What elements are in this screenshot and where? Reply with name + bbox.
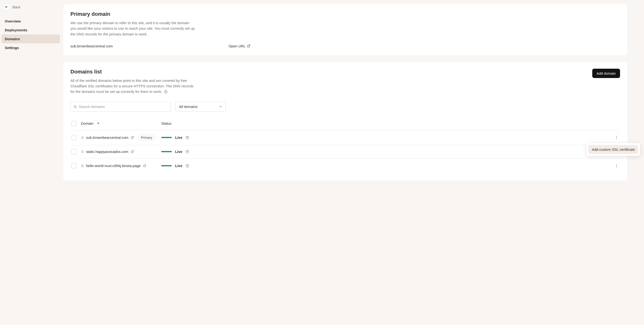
row-actions-menu[interactable]	[614, 134, 619, 141]
sidebar-item-label: Domains	[5, 37, 20, 41]
sidebar-item-deployments[interactable]: Deployments	[2, 26, 60, 34]
nav-list: Overview Deployments Domains Settings	[2, 17, 60, 52]
column-header-status: Status	[161, 121, 610, 125]
domains-table: Domain Status sub.brownbearcentral.com P…	[70, 115, 620, 173]
help-icon[interactable]	[186, 150, 189, 153]
lock-open-icon	[81, 164, 84, 167]
svg-line-19	[144, 165, 146, 166]
external-link-icon[interactable]	[131, 150, 134, 153]
svg-point-13	[616, 138, 617, 139]
status-indicator	[161, 137, 172, 138]
sidebar-item-overview[interactable]: Overview	[2, 17, 60, 26]
domains-list-card: Domains list All of the verified domains…	[63, 62, 627, 180]
sidebar: Back Overview Deployments Domains Settin…	[0, 0, 62, 325]
help-icon[interactable]	[164, 90, 168, 94]
column-header-domain[interactable]: Domain	[81, 121, 161, 125]
column-header-domain-label: Domain	[81, 121, 94, 125]
svg-point-11	[616, 136, 617, 137]
primary-domain-value: sub.brownbearcentral.com	[70, 44, 166, 48]
domain-filter-label: All domains	[179, 105, 198, 109]
domains-list-desc: All of the verified domains below point …	[70, 78, 195, 94]
lock-open-icon	[81, 136, 84, 139]
chevron-down-icon	[219, 105, 222, 108]
external-link-icon	[247, 44, 250, 48]
sort-asc-icon	[97, 122, 100, 125]
svg-point-4	[74, 105, 76, 107]
sidebar-item-label: Settings	[5, 46, 19, 50]
select-all-checkbox[interactable]	[72, 121, 77, 126]
svg-line-8	[132, 136, 134, 138]
sidebar-item-label: Overview	[5, 19, 21, 23]
help-icon[interactable]	[186, 164, 189, 168]
svg-point-23	[616, 165, 617, 166]
domains-list-title: Domains list	[70, 69, 195, 75]
row-checkbox[interactable]	[72, 149, 77, 154]
domain-name: sub.brownbearcentral.com	[86, 135, 128, 140]
primary-domain-title: Primary domain	[70, 11, 620, 17]
svg-point-22	[616, 164, 617, 165]
domain-filter-select[interactable]: All domains	[176, 102, 226, 112]
arrow-left-icon	[5, 5, 8, 8]
row-actions-popover: Add custom SSL certificate	[586, 143, 640, 156]
back-row: Back	[2, 4, 60, 10]
external-link-icon[interactable]	[131, 136, 134, 139]
dots-vertical-icon	[614, 136, 618, 140]
svg-rect-18	[82, 166, 84, 167]
dots-vertical-icon	[614, 164, 618, 168]
add-domain-label: Add domain	[596, 71, 616, 75]
domain-name: static.happyavocados.com	[86, 150, 128, 154]
primary-domain-desc: We use the primary domain to refer to th…	[70, 20, 195, 37]
sidebar-item-settings[interactable]: Settings	[2, 43, 60, 52]
status-indicator	[161, 165, 172, 166]
svg-line-15	[132, 151, 134, 152]
sidebar-item-label: Deployments	[5, 28, 27, 32]
lock-open-icon	[81, 150, 84, 153]
open-url-label: Open URL	[228, 44, 246, 48]
primary-badge: Primary	[138, 135, 156, 140]
sidebar-item-domains[interactable]: Domains	[2, 34, 60, 43]
open-url-link[interactable]: Open URL	[228, 44, 250, 48]
column-header-status-label: Status	[161, 121, 172, 125]
add-ssl-menu-item[interactable]: Add custom SSL certificate	[588, 145, 638, 154]
table-row: sub.brownbearcentral.com Primary Live Ad…	[70, 130, 620, 145]
svg-line-1	[248, 45, 250, 46]
help-icon[interactable]	[186, 136, 189, 139]
svg-point-24	[616, 167, 617, 167]
external-link-icon[interactable]	[143, 164, 146, 167]
search-domains-wrapper	[70, 102, 171, 112]
table-header-row: Domain Status	[70, 115, 620, 130]
table-row: hello-world-nuxt-o5hkj.kinsta.page Live	[70, 158, 620, 173]
status-text: Live	[175, 150, 182, 154]
add-domain-button[interactable]: Add domain	[592, 69, 620, 78]
row-checkbox[interactable]	[72, 135, 77, 140]
svg-line-5	[76, 107, 77, 108]
domain-name: hello-world-nuxt-o5hkj.kinsta.page	[86, 164, 141, 168]
svg-rect-7	[82, 137, 84, 139]
status-text: Live	[175, 164, 182, 168]
status-indicator	[161, 151, 172, 152]
back-button[interactable]	[3, 4, 10, 10]
row-checkbox[interactable]	[72, 163, 77, 168]
primary-domain-card: Primary domain We use the primary domain…	[63, 4, 627, 55]
svg-rect-14	[82, 151, 84, 153]
svg-point-12	[616, 137, 617, 138]
row-actions-menu[interactable]	[614, 162, 619, 169]
search-icon	[74, 105, 77, 108]
back-label: Back	[12, 5, 20, 9]
table-row: static.happyavocados.com Live	[70, 145, 620, 158]
status-text: Live	[175, 135, 182, 140]
domains-list-desc-text: All of the verified domains below point …	[70, 78, 194, 94]
search-domains-input[interactable]	[79, 105, 168, 109]
main-content: Primary domain We use the primary domain…	[62, 0, 644, 325]
